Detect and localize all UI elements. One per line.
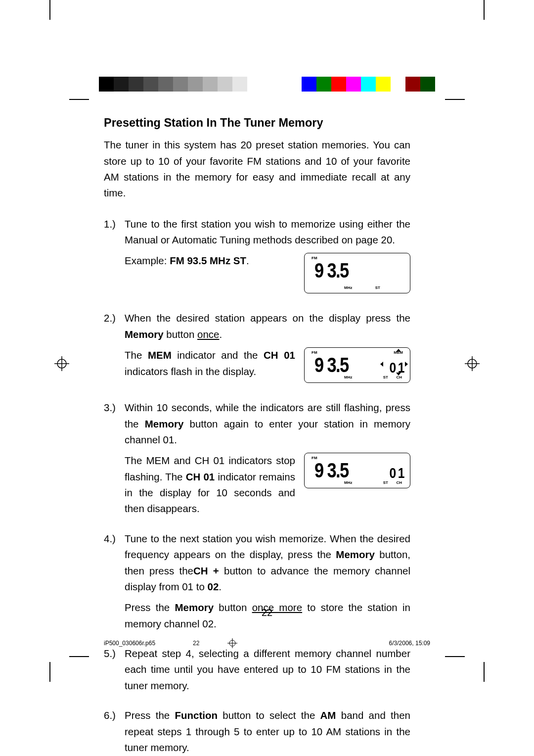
- crop-mark-icon: [445, 99, 465, 100]
- step-number: 1.): [104, 216, 116, 232]
- step-text: .: [219, 581, 222, 592]
- lcd-mhz-label: MHz: [344, 480, 352, 486]
- lcd-frequency: 9 3.5: [314, 460, 348, 481]
- crop-mark-icon: [484, 662, 485, 682]
- color-swatch: [361, 77, 376, 92]
- flash-arrow-icon: [396, 349, 401, 352]
- gray-swatch: [173, 77, 188, 92]
- gray-swatch: [158, 77, 173, 92]
- lcd-mhz-label: MHz: [344, 285, 352, 291]
- registration-mark-icon: [222, 638, 242, 648]
- page-title: Presetting Station In The Tuner Memory: [104, 114, 410, 132]
- flash-arrow-icon: [380, 362, 383, 367]
- step-text: When the desired station appears on the …: [125, 312, 410, 324]
- crop-mark-icon: [49, 662, 50, 682]
- color-swatch: [316, 77, 331, 92]
- color-swatch: [405, 77, 420, 92]
- lcd-st-label: ST: [375, 285, 380, 291]
- flash-arrow-icon: [396, 373, 401, 376]
- calibration-bars: [99, 77, 435, 92]
- step-text: Press the: [125, 709, 175, 721]
- lcd-ch-label: CH: [396, 480, 402, 486]
- page-number: 22: [0, 607, 534, 618]
- lcd-mhz-label: MHz: [344, 375, 352, 381]
- crop-mark-icon: [484, 0, 485, 20]
- step-6: 6.) Press the Function button to select …: [104, 708, 410, 756]
- color-swatch: [420, 77, 435, 92]
- step-text-bold: Function: [175, 709, 218, 721]
- print-footer: iP500_030606r.p65 22 6/3/2006, 15:09: [104, 638, 430, 648]
- lcd-frequency: 9 3.5: [314, 355, 348, 376]
- step-text-bold: CH +: [193, 565, 219, 576]
- footer-filename: iP500_030606r.p65: [104, 640, 193, 647]
- lcd-example-3: FM 9 3.5 0 1 MHz ST CH: [304, 453, 410, 488]
- step-text: Tune to the first station you wish to me…: [125, 218, 410, 245]
- footer-timestamp: 6/3/2006, 15:09: [389, 640, 430, 647]
- gray-swatch: [99, 77, 114, 92]
- lcd-example-1: FM 9 3.5 MHz ST: [304, 253, 410, 293]
- step-text: indicators flash in the display.: [125, 366, 256, 377]
- color-swatch: [376, 77, 391, 92]
- step-text-bold: MEM: [148, 349, 172, 361]
- step-text: button: [164, 329, 197, 340]
- page: Presetting Station In The Tuner Memory T…: [0, 0, 534, 756]
- step-text-bold: AM: [320, 709, 336, 721]
- color-swatch: [346, 77, 361, 92]
- color-swatch: [331, 77, 346, 92]
- step-text-bold: CH 01: [186, 471, 215, 482]
- crop-mark-icon: [49, 0, 50, 20]
- crop-mark-icon: [69, 99, 89, 100]
- lcd-frequency: 9 3.5: [314, 260, 348, 281]
- lcd-st-label: ST: [383, 480, 388, 486]
- step-number: 6.): [104, 708, 116, 723]
- registration-mark-icon: [465, 356, 480, 373]
- step-text: The: [125, 349, 148, 361]
- step-3: 3.) Within 10 seconds, while the indicat…: [104, 400, 410, 517]
- step-text-bold: 02: [208, 581, 219, 592]
- gray-swatch: [188, 77, 203, 92]
- lcd-example-2: FM MEM 9 3.5 0 1 MHz ST CH: [304, 347, 410, 383]
- flash-arrow-icon: [405, 362, 408, 367]
- gray-swatch: [218, 77, 232, 92]
- step-number: 2.): [104, 310, 116, 326]
- gray-swatch: [247, 77, 262, 92]
- gray-swatch: [143, 77, 158, 92]
- step-number: 3.): [104, 400, 116, 416]
- color-swatch: [391, 77, 405, 92]
- step-text: indicator and the: [172, 349, 264, 361]
- step-number: 4.): [104, 531, 116, 547]
- color-swatch: [302, 77, 316, 92]
- step-1: 1.) Tune to the first station you wish t…: [104, 216, 410, 297]
- lcd-st-label: ST: [383, 375, 388, 381]
- step-text-bold: CH 01: [264, 349, 295, 361]
- step-text-bold: Memory: [145, 418, 184, 429]
- gray-swatch: [232, 77, 247, 92]
- step-text-bold: Memory: [125, 329, 164, 340]
- step-text-bold: Memory: [336, 549, 375, 560]
- registration-mark-icon: [54, 356, 69, 373]
- step-text-underline: once: [197, 329, 219, 340]
- gray-swatch: [114, 77, 129, 92]
- step-text: .: [246, 255, 249, 266]
- intro-paragraph: The tuner in this system has 20 preset s…: [104, 137, 410, 201]
- step-text: button to select the: [218, 709, 320, 721]
- footer-page: 22: [193, 640, 222, 647]
- step-text: Example:: [125, 255, 170, 266]
- gray-swatch: [129, 77, 143, 92]
- step-text-bold: FM 93.5 MHz ST: [170, 255, 246, 266]
- gray-swatch: [203, 77, 218, 92]
- step-text: .: [219, 329, 222, 340]
- step-2: 2.) When the desired station appears on …: [104, 310, 410, 386]
